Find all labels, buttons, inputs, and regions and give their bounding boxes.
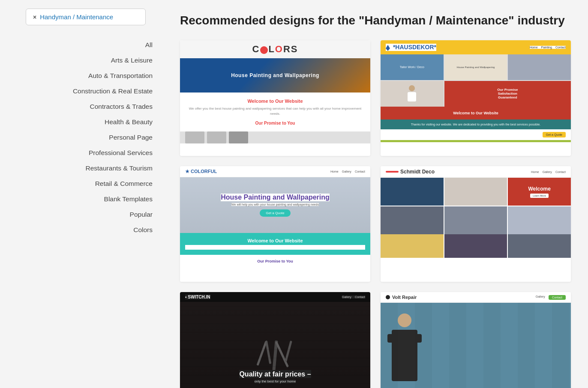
filter-tag[interactable]: × Handyman / Maintenance [26, 9, 146, 25]
sidebar-item-colors[interactable]: Colors [26, 222, 159, 238]
template-card[interactable]: CLORS House Painting and Wallpapering We… [180, 40, 370, 156]
sidebar-item-popular[interactable]: Popular [26, 207, 159, 222]
sidebar-item-blank-templates[interactable]: Blank Templates [26, 191, 159, 207]
sidebar: × Handyman / Maintenance AllArts & Leisu… [0, 0, 167, 388]
template-preview: Volt Repair Gallery Contact [381, 292, 571, 388]
sidebar-item-construction-real-estate[interactable]: Construction & Real Estate [26, 84, 159, 99]
templates-grid: CLORS House Painting and Wallpapering We… [180, 40, 571, 388]
template-card[interactable]: ★ COLORFUL Home Gallery Contact House Pa… [180, 166, 370, 282]
sidebar-item-personal-page[interactable]: Personal Page [26, 130, 159, 145]
sidebar-item-contractors-trades[interactable]: Contractors & Trades [26, 99, 159, 114]
close-icon[interactable]: × [33, 14, 36, 21]
template-preview: ▪ SWITCH.IN Gallery Contact [180, 292, 370, 388]
sidebar-item-health-beauty[interactable]: Health & Beauty [26, 114, 159, 130]
sidebar-item-arts-leisure[interactable]: Arts & Leisure [26, 53, 159, 68]
sidebar-item-auto-transportation[interactable]: Auto & Transportation [26, 68, 159, 84]
template-preview: CLORS House Painting and Wallpapering We… [180, 40, 370, 156]
category-nav: AllArts & LeisureAuto & TransportationCo… [26, 37, 159, 238]
sidebar-item-retail-commerce[interactable]: Retail & Commerce [26, 176, 159, 191]
template-card[interactable]: Schmidt Deco Home Gallery Contact Welcom… [381, 166, 571, 282]
sidebar-item-professional-services[interactable]: Professional Services [26, 145, 159, 161]
template-preview: *HAUSDEKOR* Home Painting Contact Tailor… [381, 40, 571, 156]
template-card[interactable]: Volt Repair Gallery Contact [381, 292, 571, 388]
template-card[interactable]: ▪ SWITCH.IN Gallery Contact [180, 292, 370, 388]
main-content: Recommended designs for the "Handyman / … [167, 0, 588, 388]
template-preview: Schmidt Deco Home Gallery Contact Welcom… [381, 166, 571, 282]
filter-tag-label: Handyman / Maintenance [40, 13, 113, 21]
page-title: Recommended designs for the "Handyman / … [180, 13, 571, 28]
sidebar-item-all[interactable]: All [26, 37, 159, 53]
vr-contact-btn[interactable]: Contact [549, 295, 566, 300]
template-card[interactable]: *HAUSDEKOR* Home Painting Contact Tailor… [381, 40, 571, 156]
template-preview: ★ COLORFUL Home Gallery Contact House Pa… [180, 166, 370, 282]
sidebar-item-restaurants-tourism[interactable]: Restaurants & Tourism [26, 161, 159, 176]
